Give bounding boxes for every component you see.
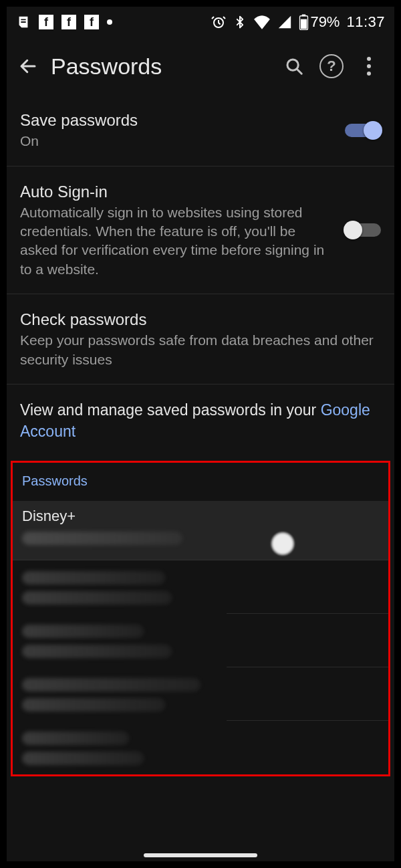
more-notifications-dot-icon bbox=[107, 19, 112, 25]
arrow-left-icon bbox=[18, 56, 38, 76]
password-entry[interactable] bbox=[13, 560, 388, 614]
redacted-text bbox=[22, 625, 144, 638]
more-vertical-icon bbox=[367, 57, 371, 76]
touch-indicator-icon bbox=[271, 532, 295, 556]
wifi-icon bbox=[253, 15, 271, 29]
notification-document-icon bbox=[16, 15, 31, 29]
password-entry[interactable] bbox=[13, 721, 388, 774]
save-passwords-status: On bbox=[20, 132, 333, 150]
redacted-text bbox=[22, 571, 165, 584]
page-title: Passwords bbox=[51, 53, 275, 80]
redacted-text bbox=[22, 591, 172, 605]
password-entry[interactable]: Disney+ bbox=[13, 501, 388, 560]
manage-prefix-text: View and manage saved passwords in your bbox=[20, 401, 321, 419]
redacted-text bbox=[22, 752, 144, 765]
check-passwords-title: Check passwords bbox=[20, 309, 381, 330]
facebook-notification-icon: f bbox=[39, 15, 53, 29]
save-passwords-row[interactable]: Save passwords On bbox=[7, 95, 394, 167]
status-bar: f f f 79% bbox=[7, 7, 394, 37]
bluetooth-icon bbox=[233, 14, 247, 30]
svg-rect-3 bbox=[301, 19, 307, 29]
redacted-text bbox=[22, 532, 182, 545]
facebook-notification-icon: f bbox=[61, 15, 76, 29]
password-site-name: Disney+ bbox=[22, 508, 379, 525]
help-button[interactable]: ? bbox=[313, 47, 350, 85]
overflow-menu-button[interactable] bbox=[350, 47, 388, 85]
redacted-text bbox=[22, 678, 200, 691]
auto-signin-row[interactable]: Auto Sign-in Automatically sign in to we… bbox=[7, 167, 394, 295]
redacted-text bbox=[22, 698, 165, 712]
password-entry[interactable] bbox=[13, 614, 388, 667]
passwords-section-header: Passwords bbox=[13, 468, 388, 501]
check-passwords-description: Keep your passwords safe from data breac… bbox=[20, 331, 381, 369]
redacted-text bbox=[22, 732, 129, 745]
help-icon: ? bbox=[319, 54, 344, 78]
battery-icon: 79% bbox=[299, 13, 340, 31]
search-button[interactable] bbox=[275, 47, 313, 85]
check-passwords-row[interactable]: Check passwords Keep your passwords safe… bbox=[7, 294, 394, 385]
clock-text: 11:37 bbox=[346, 13, 385, 31]
save-passwords-title: Save passwords bbox=[20, 110, 333, 130]
battery-text: 79% bbox=[310, 13, 340, 31]
auto-signin-title: Auto Sign-in bbox=[20, 181, 333, 202]
manage-in-google-row: View and manage saved passwords in your … bbox=[7, 385, 394, 457]
facebook-notification-icon: f bbox=[84, 15, 99, 29]
alarm-icon bbox=[211, 14, 227, 30]
auto-signin-description: Automatically sign in to websites using … bbox=[20, 203, 333, 279]
redacted-text bbox=[22, 645, 172, 658]
app-bar: Passwords ? bbox=[7, 37, 394, 95]
password-entry[interactable] bbox=[13, 667, 388, 721]
search-icon bbox=[284, 56, 304, 76]
navigation-handle[interactable] bbox=[144, 853, 257, 857]
passwords-section-highlight: Passwords Disney+ bbox=[11, 461, 390, 776]
back-button[interactable] bbox=[9, 47, 47, 85]
auto-signin-toggle[interactable] bbox=[345, 221, 381, 239]
save-passwords-toggle[interactable] bbox=[345, 121, 381, 140]
svg-rect-2 bbox=[302, 15, 305, 17]
cellular-signal-icon bbox=[277, 15, 292, 29]
